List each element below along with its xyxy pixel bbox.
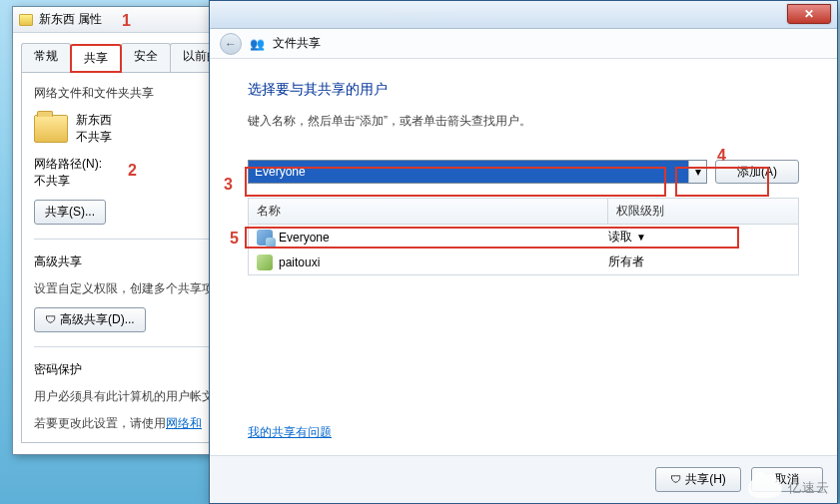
chevron-down-icon[interactable]: ▼ <box>636 232 646 243</box>
tab-general[interactable]: 常规 <box>21 43 71 72</box>
back-arrow-icon[interactable]: ← <box>220 33 242 55</box>
row-name: paitouxi <box>279 255 602 269</box>
group-icon <box>257 230 273 246</box>
sharing-trouble-link[interactable]: 我的共享有问题 <box>248 425 332 439</box>
share-crumb-icon: 👥 <box>250 37 265 51</box>
user-combobox[interactable]: ▾ <box>248 160 707 184</box>
row-permission[interactable]: 读取 <box>608 230 632 244</box>
folder-name: 新东西 <box>76 112 112 129</box>
row-name: Everyone <box>279 231 602 245</box>
tab-security[interactable]: 安全 <box>121 43 171 72</box>
row-permission: 所有者 <box>608 254 644 268</box>
share-footer: 共享(H) 取消 <box>210 455 837 503</box>
tab-share[interactable]: 共享 <box>70 44 122 73</box>
password-protect-desc2: 若要更改此设置，请使用 <box>34 416 166 430</box>
folder-state: 不共享 <box>76 129 112 146</box>
user-input[interactable] <box>249 161 688 183</box>
combobox-dropdown-icon[interactable]: ▾ <box>688 161 706 183</box>
file-share-dialog: ✕ ← 👥 文件共享 选择要与其共享的用户 键入名称，然后单击“添加”，或者单击… <box>209 0 838 504</box>
user-icon <box>257 254 273 270</box>
share-heading: 选择要与其共享的用户 <box>248 81 799 99</box>
share-hint: 键入名称，然后单击“添加”，或者单击箭头查找用户。 <box>248 113 799 130</box>
share-titlebar: ✕ <box>210 1 837 29</box>
window-close-button[interactable]: ✕ <box>787 4 831 24</box>
col-header-name[interactable]: 名称 <box>249 199 608 224</box>
folder-large-icon <box>34 115 68 143</box>
col-header-permission[interactable]: 权限级别 <box>608 199 798 224</box>
list-item[interactable]: Everyone 读取▼ <box>249 225 798 250</box>
share-breadcrumb: ← 👥 文件共享 <box>210 29 837 59</box>
watermark: 亿速云 <box>748 478 830 498</box>
list-item[interactable]: paitouxi 所有者 <box>249 250 798 274</box>
share-button[interactable]: 共享(S)... <box>34 200 106 225</box>
advanced-share-button[interactable]: 高级共享(D)... <box>34 307 146 332</box>
cloud-icon <box>748 478 782 498</box>
do-share-button[interactable]: 共享(H) <box>655 467 741 492</box>
watermark-text: 亿速云 <box>788 479 830 497</box>
share-crumb-text: 文件共享 <box>273 35 321 52</box>
properties-title: 新东西 属性 <box>39 11 102 28</box>
network-settings-link[interactable]: 网络和 <box>166 416 202 430</box>
folder-icon <box>19 14 33 26</box>
add-button[interactable]: 添加(A) <box>715 160 799 184</box>
permissions-list: 名称 权限级别 Everyone 读取▼ paitouxi 所有者 <box>248 198 799 275</box>
